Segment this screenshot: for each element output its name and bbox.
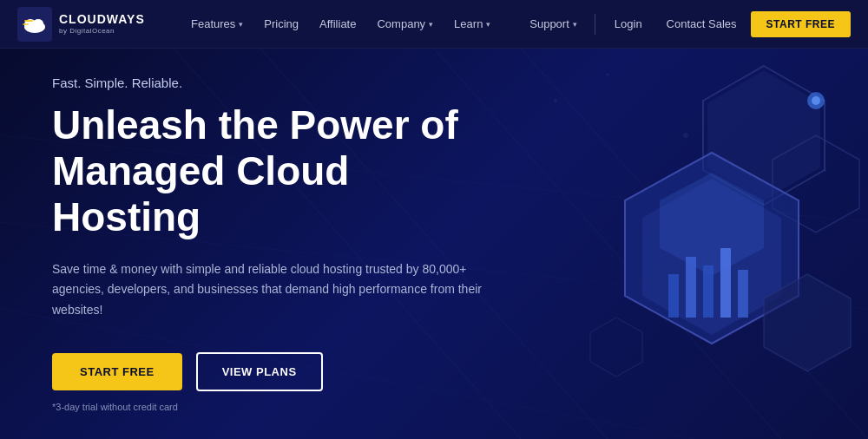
svg-rect-31 — [703, 265, 713, 318]
nav-right: Support ▾ Login Contact Sales START FREE — [521, 11, 851, 37]
hero-title: Unleash the Power of Managed Cloud Hosti… — [52, 102, 503, 240]
chevron-down-icon: ▾ — [429, 20, 433, 29]
hero-start-free-button[interactable]: START FREE — [52, 353, 182, 390]
nav-pricing[interactable]: Pricing — [255, 12, 307, 36]
cloudways-logo-icon — [17, 7, 52, 42]
hero-content: Fast. Simple. Reliable. Unleash the Powe… — [0, 75, 556, 412]
svg-point-3 — [33, 19, 43, 28]
chevron-down-icon: ▾ — [573, 20, 577, 29]
hero-section: Fast. Simple. Reliable. Unleash the Powe… — [0, 49, 868, 439]
nav-login[interactable]: Login — [604, 12, 653, 36]
chevron-down-icon: ▾ — [239, 20, 243, 29]
hero-description: Save time & money with simple and reliab… — [52, 259, 503, 321]
navbar: CLOUDWAYS by DigitalOcean Features ▾ Pri… — [0, 0, 868, 49]
logo-name: CLOUDWAYS — [59, 13, 145, 26]
logo-subtitle: by DigitalOcean — [59, 27, 145, 35]
svg-rect-32 — [720, 248, 731, 318]
nav-links: Features ▾ Pricing Affiliate Company ▾ L… — [182, 12, 521, 36]
nav-affiliate[interactable]: Affiliate — [311, 12, 365, 36]
chevron-down-icon: ▾ — [486, 20, 490, 29]
nav-divider — [595, 14, 595, 35]
nav-company[interactable]: Company ▾ — [368, 12, 442, 36]
hero-trial-note: *3-day trial without credit card — [52, 402, 503, 412]
nav-learn[interactable]: Learn ▾ — [445, 12, 499, 36]
svg-rect-29 — [668, 274, 679, 318]
hero-tagline: Fast. Simple. Reliable. — [52, 75, 503, 90]
svg-rect-4 — [24, 20, 33, 22]
svg-rect-33 — [738, 270, 748, 318]
nav-support[interactable]: Support ▾ — [521, 12, 586, 36]
nav-contact-sales[interactable]: Contact Sales — [656, 12, 747, 36]
navbar-start-free-button[interactable]: START FREE — [751, 11, 851, 37]
svg-marker-25 — [590, 318, 642, 377]
hero-view-plans-button[interactable]: VIEW PLANS — [196, 352, 323, 391]
logo[interactable]: CLOUDWAYS by DigitalOcean — [17, 7, 156, 42]
svg-point-28 — [812, 96, 820, 105]
svg-rect-5 — [23, 23, 29, 25]
svg-rect-30 — [686, 257, 696, 318]
hero-buttons: START FREE VIEW PLANS — [52, 352, 503, 391]
nav-features[interactable]: Features ▾ — [182, 12, 252, 36]
